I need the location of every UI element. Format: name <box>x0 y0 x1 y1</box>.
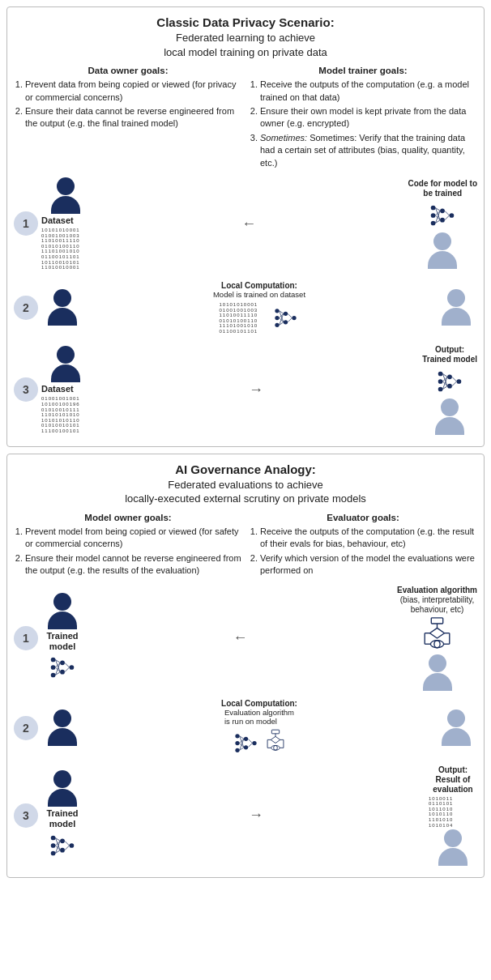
svg-point-17 <box>283 312 287 316</box>
ai-person-dark-1 <box>41 593 83 629</box>
step2-content: Local Computation: Model is trained on d… <box>41 281 477 334</box>
svg-line-79 <box>248 739 252 743</box>
person-head-d2 <box>53 289 71 307</box>
ai-step1-content: Trainedmodel <box>41 586 477 691</box>
ai-pb-l3 <box>438 848 468 866</box>
classic-goals-row: Data owner goals: Prevent data from bein… <box>14 64 477 171</box>
svg-point-46 <box>60 670 65 675</box>
svg-point-14 <box>275 309 279 313</box>
model-trainer-list: Receive the outputs of the computation (… <box>249 79 477 169</box>
ai-step3-right: Output:Result ofevaluation 1010011011010… <box>429 765 477 867</box>
svg-point-71 <box>243 745 247 749</box>
ai-local-comp-label: Local Computation: <box>221 699 297 708</box>
svg-point-3 <box>440 208 445 213</box>
svg-point-97 <box>70 843 75 848</box>
model-owner-list: Prevent model from being copied or viewe… <box>14 526 242 577</box>
ai-person-dark-3 <box>41 770 83 807</box>
svg-line-41 <box>452 381 457 386</box>
code-model-label: Code for model tobe trained <box>408 179 477 198</box>
svg-point-5 <box>450 213 455 218</box>
ai-step1-right: Evaluation algorithm(bias, interpretabil… <box>397 586 477 691</box>
model-trainer-item-2: Ensure their own model is kept private f… <box>260 105 477 130</box>
svg-line-104 <box>65 841 70 846</box>
ai-person-light-2 <box>435 709 477 746</box>
eval-algo-label: Evaluation algorithm(bias, interpretabil… <box>397 586 477 615</box>
ai-pb-d1 <box>48 611 77 629</box>
step2-center: Local Computation: Model is trained on d… <box>83 281 435 334</box>
ai-ph-l1 <box>429 654 446 672</box>
person-body-d2 <box>48 308 77 326</box>
step3-content: Dataset 01001001001101001001960101001011… <box>41 345 477 435</box>
svg-point-42 <box>51 658 56 663</box>
trained-model-label-1: Trainedmodel <box>46 631 78 652</box>
nn-icon-ai1 <box>47 652 78 683</box>
svg-line-26 <box>288 314 292 318</box>
arrow-left-1: ← <box>241 215 256 232</box>
step1-right: Code for model tobe trained <box>408 179 477 269</box>
data-owner-goals: Data owner goals: Prevent data from bein… <box>14 64 242 171</box>
data-owner-list: Prevent data from being copied or viewed… <box>14 79 242 130</box>
ai-ph-l3 <box>444 829 462 847</box>
arrow-right-3: → <box>249 381 263 398</box>
ai-gov-step-1: 1 Trainedmodel <box>14 586 477 691</box>
ai-step1-left: Trainedmodel <box>41 593 83 683</box>
svg-point-32 <box>447 384 452 389</box>
local-comp-label-1: Local Computation: <box>221 281 297 290</box>
model-trainer-item-1: Receive the outputs of the computation (… <box>260 79 477 104</box>
step-number-1: 1 <box>14 211 38 236</box>
step3-dataset: Dataset 01001001001101001001960101001011… <box>41 384 90 433</box>
svg-point-96 <box>60 847 65 852</box>
svg-point-95 <box>60 838 65 843</box>
svg-point-65 <box>430 640 443 647</box>
svg-line-13 <box>445 215 450 220</box>
data-matrix-2: 1010101000101001001003110100111100101010… <box>220 302 268 334</box>
svg-point-1 <box>431 213 436 218</box>
ai-step-number-2: 2 <box>14 716 38 740</box>
person-body-l2 <box>442 308 471 326</box>
svg-point-90 <box>271 745 280 750</box>
ai-pb-d2 <box>48 728 77 746</box>
svg-point-69 <box>235 748 239 752</box>
step3-right: Output:Trained model <box>422 345 477 435</box>
svg-line-54 <box>65 663 70 668</box>
svg-point-16 <box>275 323 279 327</box>
ai-pb-l2 <box>442 728 471 746</box>
svg-point-44 <box>51 673 56 678</box>
ai-pb-d3 <box>48 789 77 807</box>
model-owner-title: Model owner goals: <box>14 511 242 524</box>
data-owner-item-1: Prevent data from being copied or viewed… <box>25 79 242 104</box>
ai-ph-d1 <box>53 593 71 611</box>
svg-line-55 <box>65 667 70 672</box>
dataset-area: Dataset 10101010001010010010031101001111… <box>41 215 90 271</box>
ai-step2-center: Local Computation: Evaluation algorithmi… <box>83 699 435 757</box>
data-matrix-1: 1010101000101001001003110100111100101010… <box>41 228 90 271</box>
ai-step-number-3: 3 <box>14 803 38 828</box>
ai-person-light-1 <box>416 654 459 691</box>
model-owner-item-2: Ensure their model cannot be reverse eng… <box>25 552 242 577</box>
step3-left: Dataset 01001001001101001001960101001011… <box>41 346 90 433</box>
dataset-label-3: Dataset <box>41 384 74 394</box>
nn-icon-ai3 <box>47 830 78 861</box>
svg-line-40 <box>452 377 457 381</box>
person-dark-2 <box>41 289 83 326</box>
evaluator-title: Evaluator goals: <box>249 511 477 524</box>
svg-line-27 <box>288 318 292 322</box>
data-owner-title: Data owner goals: <box>14 64 242 77</box>
ai-step2-viz <box>232 729 288 757</box>
svg-point-19 <box>292 316 296 320</box>
ai-person-dark-2 <box>41 709 83 746</box>
data-matrix-ai3: 1010011011010110110101010110110101010101… <box>429 796 477 829</box>
evaluator-item-1: Receive the outputs of the computation (… <box>260 526 477 551</box>
ai-ph-l2 <box>447 709 465 727</box>
svg-point-94 <box>51 850 56 855</box>
nn-icon-2 <box>271 304 300 332</box>
svg-point-2 <box>431 221 436 226</box>
step-number-2: 2 <box>14 296 38 320</box>
person-body <box>51 196 80 214</box>
svg-rect-81 <box>271 730 279 734</box>
svg-point-68 <box>235 740 239 744</box>
svg-point-67 <box>235 734 239 738</box>
svg-point-92 <box>51 835 56 840</box>
ai-step-number-1: 1 <box>14 626 38 650</box>
classic-title: Classic Data Privacy Scenario: <box>14 15 477 29</box>
